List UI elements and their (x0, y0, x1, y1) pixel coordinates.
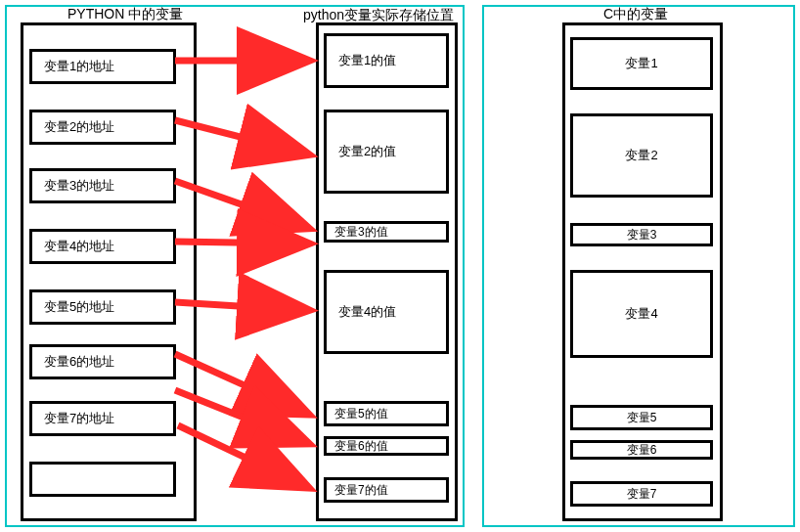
addr-cell-empty (29, 462, 176, 497)
addr-cell-3: 变量3的地址 (29, 168, 176, 203)
heading-python-vars: PYTHON 中的变量 (67, 6, 183, 23)
python-address-stack: 变量1的地址 变量2的地址 变量3的地址 变量4的地址 变量5的地址 变量6的地… (21, 22, 197, 521)
addr-cell-4: 变量4的地址 (29, 229, 176, 264)
c-cell-2: 变量2 (570, 113, 713, 198)
value-cell-7: 变量7的值 (324, 477, 449, 503)
arrow-8 (178, 425, 305, 486)
c-cell-4: 变量4 (570, 270, 713, 358)
addr-cell-7: 变量7的地址 (29, 401, 176, 436)
addr-cell-6: 变量6的地址 (29, 344, 176, 379)
c-cell-7: 变量7 (570, 481, 713, 507)
addr-cell-5: 变量5的地址 (29, 289, 176, 325)
python-value-stack: 变量1的值 变量2的值 变量3的值 变量4的值 变量5的值 变量6的值 变量7的… (316, 22, 458, 521)
value-cell-6: 变量6的值 (324, 436, 449, 456)
c-cell-1: 变量1 (570, 37, 713, 90)
addr-cell-1: 变量1的地址 (29, 49, 176, 84)
c-cell-3: 变量3 (570, 223, 713, 246)
python-panel: PYTHON 中的变量 python变量实际存储位置 变量1的地址 变量2的地址… (5, 5, 465, 527)
c-cell-6: 变量6 (570, 440, 713, 460)
value-cell-1: 变量1的值 (324, 33, 449, 88)
c-cell-5: 变量5 (570, 405, 713, 430)
addr-cell-2: 变量2的地址 (29, 110, 176, 145)
heading-c-vars: C中的变量 (603, 6, 668, 23)
value-cell-4: 变量4的值 (324, 270, 449, 354)
value-cell-2: 变量2的值 (324, 110, 449, 194)
c-panel: C中的变量 变量1 变量2 变量3 变量4 变量5 变量6 变量7 (482, 5, 795, 527)
c-var-stack: 变量1 变量2 变量3 变量4 变量5 变量6 变量7 (562, 22, 723, 521)
value-cell-3: 变量3的值 (324, 221, 449, 243)
value-cell-5: 变量5的值 (324, 401, 449, 426)
